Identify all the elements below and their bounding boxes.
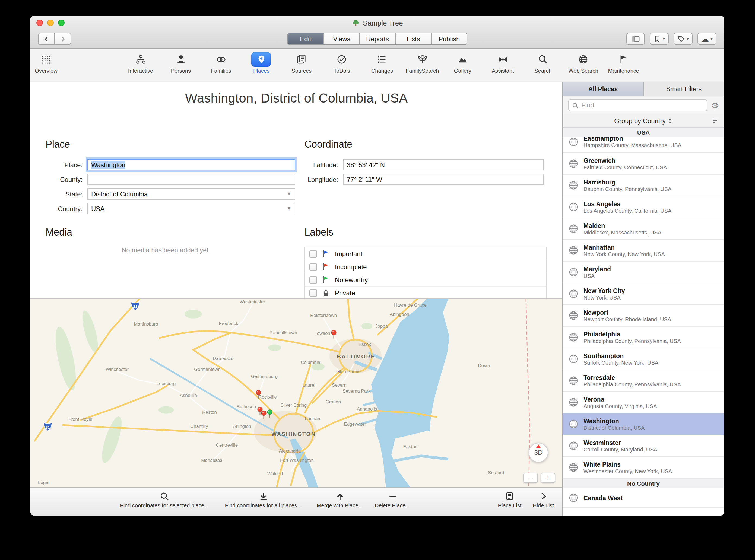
toolbar-item-search[interactable]: Search (524, 52, 562, 82)
sort-icon[interactable] (712, 117, 720, 124)
zoom-out-button[interactable]: − (523, 473, 538, 483)
place-list-item-washington[interactable]: Washington District of Columbia, USA (563, 414, 724, 435)
place-list-item-greenwich[interactable]: Greenwich Fairfield County, Connecticut,… (563, 153, 724, 175)
globe-icon (568, 137, 579, 147)
toolbar-item-gallery[interactable]: Gallery (444, 52, 482, 82)
place-list-item-verona[interactable]: Verona Augusta County, Virginia, USA (563, 392, 724, 414)
longitude-input[interactable]: 77° 2' 11" W (343, 174, 544, 185)
delete-place-button[interactable]: Delete Place... (375, 491, 410, 508)
minimize-button[interactable] (47, 20, 54, 26)
place-subtitle: Augusta County, Virginia, USA (583, 403, 657, 409)
place-list-item-harrisburg[interactable]: Harrisburg Dauphin County, Pennsylvania,… (563, 175, 724, 196)
group-by-dropdown[interactable]: Group by Country (563, 115, 724, 127)
action-label: Place List (498, 502, 522, 508)
map-canvas[interactable]: 8181 WestminsterMartinsburgFrederickReis… (31, 299, 562, 487)
place-name: Newport (583, 309, 671, 316)
state-select[interactable]: District of Columbia ▼ (87, 188, 295, 200)
place-list-item-white-plains[interactable]: White Plains Westchester County, New Yor… (563, 457, 724, 479)
latitude-input[interactable]: 38° 53' 42" N (343, 159, 544, 171)
place-list-item-maryland[interactable]: Maryland USA (563, 262, 724, 283)
back-button[interactable] (38, 33, 55, 45)
tab-all-places[interactable]: All Places (563, 82, 644, 96)
state-label: State: (45, 190, 82, 198)
country-select[interactable]: USA ▼ (87, 203, 295, 214)
important-checkbox[interactable] (310, 250, 317, 258)
find-field[interactable] (568, 99, 707, 111)
find-coordinates-all-button[interactable]: Find coordinates for all places... (225, 491, 301, 508)
panel-icon (631, 35, 640, 43)
zoom-button[interactable] (58, 20, 65, 26)
globe-icon (568, 180, 579, 191)
place-subtitle: New York County, New York, USA (583, 251, 665, 257)
incomplete-checkbox[interactable] (310, 263, 317, 271)
toolbar-item-families[interactable]: Families (202, 52, 240, 82)
place-list-item-canada-west[interactable]: Canada West (563, 488, 724, 508)
toolbar-item-todos[interactable]: ToDo's (323, 52, 361, 82)
gear-icon[interactable]: ⚙ (711, 101, 719, 109)
toolbar-item-changes[interactable]: Changes (363, 52, 401, 82)
merge-with-place-button[interactable]: Merge with Place... (317, 491, 363, 508)
place-list-item-torresdale[interactable]: Torresdale Philadelphia County, Pennsylv… (563, 370, 724, 392)
place-list-item-new-york-city[interactable]: New York City New York, USA (563, 283, 724, 305)
overview-icon (36, 52, 56, 67)
toolbar-item-overview[interactable]: Overview (31, 52, 62, 82)
noteworthy-checkbox[interactable] (310, 276, 317, 283)
place-list-item-manhattan[interactable]: Manhattan New York County, New York, USA (563, 240, 724, 262)
place-list-item-easthampton[interactable]: Easthampton Hampshire County, Massachuse… (563, 137, 724, 153)
zoom-in-button[interactable]: + (541, 473, 555, 483)
map-label-laurel: Laurel (302, 383, 315, 388)
map-label-crofton: Crofton (326, 399, 341, 404)
label-name: Private (335, 289, 355, 297)
place-list-item-philadelphia[interactable]: Philadelphia Philadelphia County, Pennsy… (563, 327, 724, 348)
segment-views[interactable]: Views (323, 33, 359, 44)
private-checkbox[interactable] (310, 289, 317, 297)
search-input[interactable] (581, 101, 703, 109)
place-list-item-los-angeles[interactable]: Los Angeles Los Angeles County, Californ… (563, 196, 724, 218)
place-list-item-southampton[interactable]: Southampton Suffolk County, New York, US… (563, 348, 724, 370)
place-list-item-malden[interactable]: Malden Middlesex, Massachusetts, USA (563, 218, 724, 240)
toolbar-item-persons[interactable]: Persons (162, 52, 200, 82)
toolbar-item-web-search[interactable]: Web Search (564, 52, 602, 82)
place-name: Los Angeles (583, 200, 671, 207)
place-name: Easthampton (583, 137, 681, 142)
place-list-item-newport[interactable]: Newport Newport County, Rhode Island, US… (563, 305, 724, 327)
segment-edit[interactable]: Edit (288, 33, 323, 44)
map-label-damascus: Damascus (213, 356, 235, 361)
tab-smart-filters[interactable]: Smart Filters (644, 82, 724, 96)
hide-list-button[interactable]: Hide List (533, 491, 554, 508)
segment-publish[interactable]: Publish (431, 33, 467, 44)
toolbar-item-interactive[interactable]: Interactive (122, 52, 160, 82)
find-coordinates-selected-button[interactable]: Find coordinates for selected place... (120, 491, 209, 508)
toolbar-item-places[interactable]: Places (242, 52, 280, 82)
compass-3d-button[interactable]: 3D (529, 443, 548, 462)
checkmark-circle-icon (332, 52, 352, 67)
legal-link[interactable]: Legal (38, 480, 49, 485)
map-label-washington: WASHINGTON (272, 431, 316, 437)
close-button[interactable] (36, 20, 43, 26)
segment-lists[interactable]: Lists (395, 33, 431, 44)
cloud-dropdown-button[interactable]: ☁ ▾ (697, 33, 716, 45)
toggle-sidebar-button[interactable] (627, 33, 645, 45)
place-input[interactable]: Washington (87, 159, 295, 171)
globe-icon (568, 267, 579, 277)
toolbar-item-label: Interactive (128, 68, 153, 74)
toolbar-item-maintenance[interactable]: Maintenance (605, 52, 643, 82)
map-label-fort-washington: Fort Washington (280, 458, 314, 463)
bookmark-dropdown-button[interactable]: ▾ (650, 33, 669, 45)
toolbar-item-label: Web Search (569, 68, 598, 74)
place-list-button[interactable]: Place List (498, 491, 522, 508)
forward-button[interactable] (54, 33, 71, 45)
search-icon (160, 491, 170, 502)
place-name: Washington (583, 418, 645, 424)
county-input[interactable] (87, 174, 295, 185)
tag-dropdown-button[interactable]: ▾ (674, 33, 693, 45)
media-section-title: Media (45, 227, 72, 238)
place-list-item-westminster[interactable]: Westminster Carroll County, Maryland, US… (563, 435, 724, 457)
globe-icon (568, 493, 579, 503)
globe-icon (568, 245, 579, 256)
map-label-lanham: Lanham (305, 416, 321, 421)
toolbar-item-familysearch[interactable]: FamilySearch (403, 52, 441, 82)
segment-reports[interactable]: Reports (359, 33, 395, 44)
toolbar-item-assistant[interactable]: Assistant (484, 52, 522, 82)
toolbar-item-sources[interactable]: Sources (282, 52, 320, 82)
